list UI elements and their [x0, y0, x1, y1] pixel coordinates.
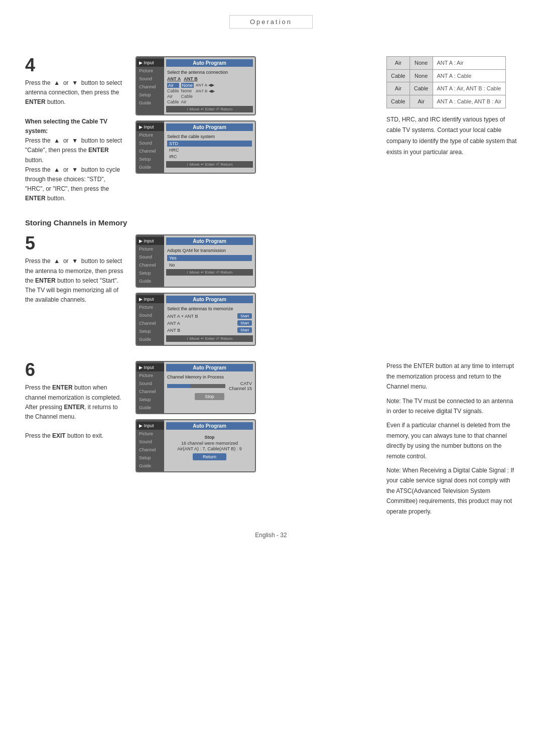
row4-label: ANT B ◀▶: [196, 89, 215, 93]
t1c2: None: [410, 57, 433, 70]
step6-main1: Auto Program Channel Memory in Process C…: [164, 362, 255, 413]
t2c3: ANT A : Cable: [433, 69, 506, 82]
step5-text1: Press the ▲ or ▼ button to select the an…: [25, 257, 125, 286]
step5-main1: Auto Program Adopts QAM for transmission…: [164, 235, 255, 287]
note1: Press the ENTER button at any time to in…: [386, 361, 517, 392]
step5-content1: Adopts QAM for transmission Yes No: [166, 247, 253, 269]
step4-title1: Auto Program: [166, 59, 253, 67]
row3-col2: Cable: [181, 94, 194, 99]
step6-instructions: 6 Press the ENTER button when channel me…: [25, 361, 125, 441]
note3: Even if a particular channel is deleted …: [386, 420, 517, 461]
row2-col2: None: [181, 88, 194, 93]
s5m2-setup: Setup: [137, 327, 164, 335]
step4-enter2: ENTER: [88, 147, 109, 154]
row1-label: ANT A ◀▶: [196, 83, 215, 87]
s5m1-sound: Sound: [137, 253, 164, 261]
step5-main2: Auto Program Select the antennas to memo…: [164, 294, 255, 345]
step6-title1: Auto Program: [166, 364, 253, 371]
t4c3: ANT A : Cable, ANT B : Air: [433, 95, 506, 108]
s6m1-input: ▶ Input: [137, 363, 164, 371]
step4-cable-title: When selecting the Cable TV system:: [25, 117, 125, 136]
step6-menu2: ▶ Input Picture Sound Channel Setup Guid…: [137, 420, 164, 471]
s6m1-sound: Sound: [137, 380, 164, 388]
ant-mem-btn3[interactable]: Start: [237, 327, 252, 333]
step4-number: 4: [25, 56, 125, 74]
step6-progress-label: Channel Memory in Process: [167, 374, 252, 380]
step5-row: 5 Press the ▲ or ▼ button to select the …: [25, 234, 517, 346]
step4-bottom1: ↕ Move ↵ Enter ⏎ Return: [166, 106, 253, 112]
table-row: Cable Air ANT A : Cable, ANT B : Air: [387, 95, 506, 108]
hrc-option: HRC: [167, 147, 252, 153]
step4-row: 4 Press the ▲ or ▼ button to select ante…: [25, 56, 517, 203]
header-title: Operation: [250, 18, 292, 26]
step5-bottom1: ↕ Move ↵ Enter ⏎ Return: [166, 269, 253, 276]
row3-col1: Air: [167, 94, 179, 99]
note4: Note: When Receiving a Digital Cable Sig…: [386, 465, 517, 517]
step5-enter1: ENTER: [35, 277, 56, 284]
t2c2: None: [410, 69, 433, 82]
return-btn[interactable]: Return: [193, 453, 226, 460]
s5m1-setup: Setup: [137, 269, 164, 277]
step4-enter1: ENTER: [25, 98, 46, 105]
s5m2-picture: Picture: [137, 303, 164, 311]
step4-text1: Press the ▲ or ▼ button to select antenn…: [25, 78, 125, 107]
t4c1: Cable: [387, 95, 410, 108]
row4-col1: Cable: [167, 99, 179, 104]
s5m1-channel: Channel: [137, 261, 164, 269]
step4-screen1: ▶ Input Picture Sound Channel Setup Guid…: [136, 56, 256, 115]
step4-content2: Select the cable system STD HRC IRC: [166, 133, 253, 161]
step5-screen1: ▶ Input Picture Sound Channel Setup Guid…: [136, 234, 256, 288]
ant-mem-label1: ANT A + ANT B: [167, 314, 198, 319]
t3c2: Cable: [410, 82, 433, 95]
ant-mem-btn2[interactable]: Start: [237, 320, 252, 326]
s5m1-guide: Guide: [137, 277, 164, 285]
menu-setup: Setup: [137, 91, 164, 99]
step4-cycle-text: Press the ▲ or ▼ button to cycle through…: [25, 165, 125, 204]
ant-mem-row3: ANT B Start: [167, 327, 252, 333]
step5-number: 5: [25, 234, 125, 253]
step6-number: 6: [25, 361, 125, 379]
t2c1: Cable: [387, 69, 410, 82]
t3c1: Air: [387, 82, 410, 95]
ant-mem-row2: ANT A Start: [167, 320, 252, 326]
ant-a-label: ANT A: [167, 76, 181, 81]
s5m2-channel: Channel: [137, 319, 164, 327]
s6m2-channel: Channel: [137, 446, 164, 454]
step4-bottom2: ↕ Move ↵ Enter ⏎ Return: [166, 161, 253, 168]
s6m2-guide: Guide: [137, 462, 164, 470]
step6-screen2: ▶ Input Picture Sound Channel Setup Guid…: [136, 419, 256, 472]
ant-mem-btn1[interactable]: Start: [237, 313, 252, 319]
ant-mem-label3: ANT B: [167, 328, 180, 333]
menu2-picture: Picture: [137, 131, 164, 139]
page-container: Operation 4 Press the ▲ or ▼ button to s…: [0, 0, 542, 554]
menu-sound: Sound: [137, 75, 164, 83]
stop-btn[interactable]: Stop: [195, 393, 224, 400]
storing-title: Storing Channels in Memory: [25, 218, 517, 227]
section-header: Operation: [229, 15, 313, 29]
step4-cable-text: Press the ▲ or ▼ button to select "Cable…: [25, 136, 125, 165]
menu2-setup: Setup: [137, 155, 164, 163]
step4-subtitle2: Select the cable system: [167, 134, 252, 139]
ant-mem-row1: ANT A + ANT B Start: [167, 313, 252, 319]
step4-main1: Auto Program Select the antenna connecti…: [164, 57, 255, 114]
t1c1: Air: [387, 57, 410, 70]
t1c3: ANT A : Air: [433, 57, 506, 70]
step6-content1: Channel Memory in Process CATV Channel 1…: [166, 373, 253, 403]
ant-b-label: ANT B: [184, 76, 198, 81]
step4-content1: Select the antenna connection ANT A ANT …: [166, 69, 253, 106]
step5-content2: Select the antennas to memorize ANT A + …: [166, 305, 253, 335]
step4-right-text: STD, HRC, and IRC identify various types…: [386, 114, 517, 158]
menu2-guide: Guide: [137, 163, 164, 171]
row2-col1: Cable: [167, 88, 179, 93]
step6-screens: ▶ Input Picture Sound Channel Setup Guid…: [136, 361, 376, 472]
step4-subtitle1: Select the antenna connection: [167, 70, 252, 75]
detail-text: Air(ANT A) : 7, Cable(ANT B) : 9: [169, 446, 250, 451]
step6-screen1: ▶ Input Picture Sound Channel Setup Guid…: [136, 361, 256, 414]
table-row: Cable None ANT A : Cable: [387, 69, 506, 82]
row4-col2: Air: [181, 99, 194, 104]
step4-menu2: ▶ Input Picture Sound Channel Setup Guid…: [137, 121, 164, 173]
step5-bottom2: ↕ Move ↵ Enter ⏎ Return: [166, 335, 253, 342]
menu-input: ▶ Input: [137, 59, 164, 67]
step6-enter1: ENTER: [52, 384, 73, 391]
menu2-sound: Sound: [137, 139, 164, 147]
